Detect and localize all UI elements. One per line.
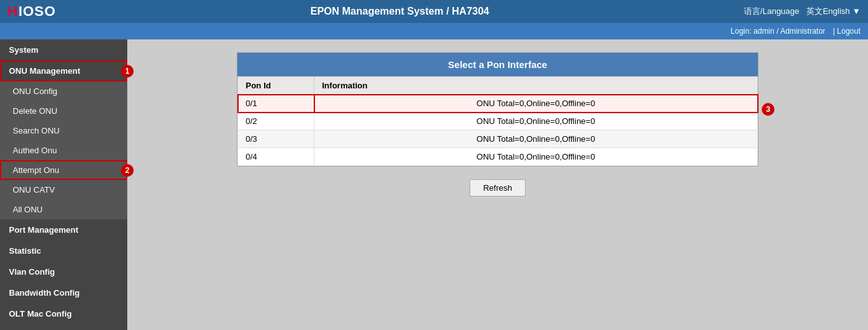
logo-text: HIOSO — [8, 3, 56, 20]
header-language[interactable]: 语言/Language 英文English ▼ — [744, 6, 860, 17]
sidebar-item-onu-config[interactable]: ONU Config — [0, 81, 127, 101]
sidebar-item-olt-mac-config[interactable]: OLT Mac Config — [0, 303, 127, 324]
info-cell: ONU Total=0,Online=0,Offline=0 — [314, 113, 758, 130]
language-label: 语言/Language — [744, 6, 799, 16]
info-cell: ONU Total=0,Online=0,Offline=0 — [314, 130, 758, 148]
pon-table: Pon Id Information 0/1ONU Total=0,Online… — [237, 76, 758, 166]
logo: HIOSO — [8, 3, 56, 20]
sidebar-item-bandwidth-config[interactable]: Bandwidth Config — [0, 282, 127, 303]
sidebar-item-vlan-config[interactable]: Vlan Config — [0, 261, 127, 282]
refresh-button[interactable]: Refresh — [470, 179, 526, 196]
info-cell: ONU Total=0,Online=0,Offline=0 — [314, 95, 758, 113]
header-sub: Login: admin / Administrator | Logout — [0, 23, 868, 39]
pon-id-cell: 0/3 — [238, 130, 314, 148]
pon-id-cell: 0/1 — [238, 95, 314, 113]
main-content: Select a Pon Interface Pon Id Informatio… — [127, 39, 868, 330]
table-row[interactable]: 0/4ONU Total=0,Online=0,Offline=0 — [238, 148, 758, 166]
login-info: Login: admin / Administrator — [731, 27, 825, 36]
badge-2: 2 — [121, 164, 134, 177]
table-header-row: Pon Id Information — [238, 77, 758, 95]
pon-table-body: 0/1ONU Total=0,Online=0,Offline=00/2ONU … — [238, 95, 758, 166]
pon-table-container: Select a Pon Interface Pon Id Informatio… — [237, 52, 759, 167]
sidebar-item-system[interactable]: System — [0, 39, 127, 60]
header-top: HIOSO EPON Management System / HA7304 语言… — [0, 0, 868, 23]
sidebar-item-authed-onu[interactable]: Authed Onu — [0, 141, 127, 160]
sidebar: System ONU Management 1 ONU Config Delet… — [0, 39, 127, 330]
sidebar-item-port-aggregation[interactable]: Port Aggregration — [0, 324, 127, 330]
badge-1: 1 — [121, 65, 134, 78]
refresh-section: Refresh — [140, 179, 855, 196]
table-row[interactable]: 0/2ONU Total=0,Online=0,Offline=0 — [238, 113, 758, 130]
info-cell: ONU Total=0,Online=0,Offline=0 — [314, 148, 758, 166]
sidebar-item-all-onu[interactable]: All ONU — [0, 200, 127, 219]
main-layout: System ONU Management 1 ONU Config Delet… — [0, 39, 868, 330]
pon-id-cell: 0/2 — [238, 113, 314, 130]
badge-3: 3 — [762, 103, 774, 116]
pon-id-cell: 0/4 — [238, 148, 314, 166]
logout-link[interactable]: | Logout — [833, 27, 860, 36]
header-title: EPON Management System / HA7304 — [56, 6, 744, 17]
table-row[interactable]: 0/3ONU Total=0,Online=0,Offline=0 — [238, 130, 758, 148]
pon-table-title: Select a Pon Interface — [237, 53, 758, 76]
sidebar-item-statistic[interactable]: Statistic — [0, 240, 127, 261]
sidebar-item-attempt-onu[interactable]: Attempt Onu 2 — [0, 160, 127, 180]
col-header-pon-id: Pon Id — [238, 77, 314, 95]
col-header-info: Information — [314, 77, 758, 95]
sidebar-item-search-onu[interactable]: Search ONU — [0, 121, 127, 141]
logo-red: H — [8, 3, 18, 19]
sidebar-item-delete-onu[interactable]: Delete ONU — [0, 101, 127, 121]
sidebar-item-onu-catv[interactable]: ONU CATV — [0, 180, 127, 200]
language-value: 英文English — [806, 6, 850, 16]
sidebar-item-port-management[interactable]: Port Management — [0, 219, 127, 240]
sidebar-item-onu-management[interactable]: ONU Management 1 — [0, 60, 127, 81]
table-row[interactable]: 0/1ONU Total=0,Online=0,Offline=0 — [238, 95, 758, 113]
